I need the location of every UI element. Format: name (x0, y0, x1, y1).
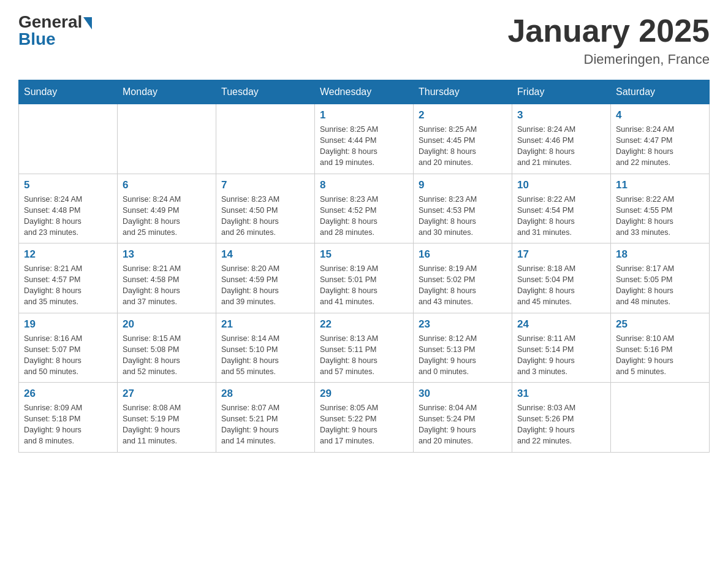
calendar-week-row: 12Sunrise: 8:21 AM Sunset: 4:57 PM Dayli… (19, 243, 710, 313)
day-number: 7 (221, 179, 309, 191)
day-number: 26 (24, 388, 112, 400)
calendar-week-row: 1Sunrise: 8:25 AM Sunset: 4:44 PM Daylig… (19, 104, 710, 174)
calendar-cell: 27Sunrise: 8:08 AM Sunset: 5:19 PM Dayli… (118, 383, 216, 453)
day-info: Sunrise: 8:07 AM Sunset: 5:21 PM Dayligh… (221, 402, 309, 447)
calendar-cell: 28Sunrise: 8:07 AM Sunset: 5:21 PM Dayli… (216, 383, 315, 453)
calendar-cell: 19Sunrise: 8:16 AM Sunset: 5:07 PM Dayli… (19, 313, 118, 383)
day-number: 6 (123, 179, 211, 191)
day-info: Sunrise: 8:10 AM Sunset: 5:16 PM Dayligh… (616, 333, 704, 378)
day-info: Sunrise: 8:08 AM Sunset: 5:19 PM Dayligh… (123, 402, 211, 447)
day-number: 25 (616, 318, 704, 331)
day-info: Sunrise: 8:19 AM Sunset: 5:02 PM Dayligh… (419, 263, 507, 308)
calendar-title: January 2025 (507, 12, 710, 49)
day-info: Sunrise: 8:23 AM Sunset: 4:50 PM Dayligh… (221, 194, 309, 239)
day-number: 23 (419, 318, 507, 331)
calendar-cell: 3Sunrise: 8:24 AM Sunset: 4:46 PM Daylig… (512, 104, 611, 174)
weekday-header-row: SundayMondayTuesdayWednesdayThursdayFrid… (19, 80, 710, 104)
day-number: 12 (24, 248, 112, 261)
day-number: 31 (517, 388, 605, 400)
calendar-cell (216, 104, 315, 174)
day-info: Sunrise: 8:13 AM Sunset: 5:11 PM Dayligh… (320, 333, 408, 378)
day-info: Sunrise: 8:14 AM Sunset: 5:10 PM Dayligh… (221, 333, 309, 378)
page-header: General Blue January 2025 Diemeringen, F… (18, 12, 710, 67)
day-number: 1 (320, 109, 408, 121)
day-info: Sunrise: 8:21 AM Sunset: 4:57 PM Dayligh… (24, 263, 112, 308)
calendar-cell: 22Sunrise: 8:13 AM Sunset: 5:11 PM Dayli… (315, 313, 414, 383)
calendar-cell: 9Sunrise: 8:23 AM Sunset: 4:53 PM Daylig… (414, 174, 512, 243)
day-info: Sunrise: 8:25 AM Sunset: 4:44 PM Dayligh… (320, 124, 408, 169)
day-number: 2 (419, 109, 507, 121)
day-number: 24 (517, 318, 605, 331)
calendar-cell: 31Sunrise: 8:03 AM Sunset: 5:26 PM Dayli… (512, 383, 611, 453)
day-number: 9 (419, 179, 507, 191)
day-number: 20 (123, 318, 211, 331)
day-info: Sunrise: 8:05 AM Sunset: 5:22 PM Dayligh… (320, 402, 408, 447)
calendar-cell: 20Sunrise: 8:15 AM Sunset: 5:08 PM Dayli… (118, 313, 216, 383)
day-number: 10 (517, 179, 605, 191)
weekday-header-saturday: Saturday (611, 80, 710, 104)
day-info: Sunrise: 8:04 AM Sunset: 5:24 PM Dayligh… (419, 402, 507, 447)
calendar-cell: 7Sunrise: 8:23 AM Sunset: 4:50 PM Daylig… (216, 174, 315, 243)
day-info: Sunrise: 8:24 AM Sunset: 4:47 PM Dayligh… (616, 124, 704, 169)
day-info: Sunrise: 8:23 AM Sunset: 4:53 PM Dayligh… (419, 194, 507, 239)
calendar-cell (611, 383, 710, 453)
calendar-week-row: 19Sunrise: 8:16 AM Sunset: 5:07 PM Dayli… (19, 313, 710, 383)
day-number: 5 (24, 179, 112, 191)
weekday-header-wednesday: Wednesday (315, 80, 414, 104)
logo-arrow-icon (83, 17, 92, 29)
weekday-header-monday: Monday (118, 80, 216, 104)
calendar-cell: 29Sunrise: 8:05 AM Sunset: 5:22 PM Dayli… (315, 383, 414, 453)
day-info: Sunrise: 8:03 AM Sunset: 5:26 PM Dayligh… (517, 402, 605, 447)
day-info: Sunrise: 8:24 AM Sunset: 4:46 PM Dayligh… (517, 124, 605, 169)
calendar-cell: 2Sunrise: 8:25 AM Sunset: 4:45 PM Daylig… (414, 104, 512, 174)
day-info: Sunrise: 8:09 AM Sunset: 5:18 PM Dayligh… (24, 402, 112, 447)
day-info: Sunrise: 8:16 AM Sunset: 5:07 PM Dayligh… (24, 333, 112, 378)
calendar-cell: 26Sunrise: 8:09 AM Sunset: 5:18 PM Dayli… (19, 383, 118, 453)
day-number: 16 (419, 248, 507, 261)
calendar-cell: 16Sunrise: 8:19 AM Sunset: 5:02 PM Dayli… (414, 243, 512, 313)
calendar-table: SundayMondayTuesdayWednesdayThursdayFrid… (18, 80, 710, 453)
calendar-cell: 4Sunrise: 8:24 AM Sunset: 4:47 PM Daylig… (611, 104, 710, 174)
calendar-cell: 15Sunrise: 8:19 AM Sunset: 5:01 PM Dayli… (315, 243, 414, 313)
day-info: Sunrise: 8:19 AM Sunset: 5:01 PM Dayligh… (320, 263, 408, 308)
day-number: 29 (320, 388, 408, 400)
day-info: Sunrise: 8:22 AM Sunset: 4:55 PM Dayligh… (616, 194, 704, 239)
day-number: 14 (221, 248, 309, 261)
calendar-cell: 12Sunrise: 8:21 AM Sunset: 4:57 PM Dayli… (19, 243, 118, 313)
day-number: 11 (616, 179, 704, 191)
logo-blue-text: Blue (18, 29, 92, 49)
day-info: Sunrise: 8:17 AM Sunset: 5:05 PM Dayligh… (616, 263, 704, 308)
day-info: Sunrise: 8:23 AM Sunset: 4:52 PM Dayligh… (320, 194, 408, 239)
calendar-cell: 24Sunrise: 8:11 AM Sunset: 5:14 PM Dayli… (512, 313, 611, 383)
day-info: Sunrise: 8:24 AM Sunset: 4:49 PM Dayligh… (123, 194, 211, 239)
day-info: Sunrise: 8:25 AM Sunset: 4:45 PM Dayligh… (419, 124, 507, 169)
calendar-cell: 6Sunrise: 8:24 AM Sunset: 4:49 PM Daylig… (118, 174, 216, 243)
day-number: 13 (123, 248, 211, 261)
calendar-cell: 8Sunrise: 8:23 AM Sunset: 4:52 PM Daylig… (315, 174, 414, 243)
calendar-cell: 1Sunrise: 8:25 AM Sunset: 4:44 PM Daylig… (315, 104, 414, 174)
day-number: 15 (320, 248, 408, 261)
day-number: 19 (24, 318, 112, 331)
day-number: 8 (320, 179, 408, 191)
day-number: 3 (517, 109, 605, 121)
day-number: 30 (419, 388, 507, 400)
day-number: 18 (616, 248, 704, 261)
calendar-subtitle: Diemeringen, France (507, 52, 710, 67)
weekday-header-thursday: Thursday (414, 80, 512, 104)
weekday-header-friday: Friday (512, 80, 611, 104)
calendar-cell (118, 104, 216, 174)
day-info: Sunrise: 8:22 AM Sunset: 4:54 PM Dayligh… (517, 194, 605, 239)
day-info: Sunrise: 8:12 AM Sunset: 5:13 PM Dayligh… (419, 333, 507, 378)
calendar-cell: 25Sunrise: 8:10 AM Sunset: 5:16 PM Dayli… (611, 313, 710, 383)
day-info: Sunrise: 8:24 AM Sunset: 4:48 PM Dayligh… (24, 194, 112, 239)
calendar-cell: 17Sunrise: 8:18 AM Sunset: 5:04 PM Dayli… (512, 243, 611, 313)
calendar-cell: 10Sunrise: 8:22 AM Sunset: 4:54 PM Dayli… (512, 174, 611, 243)
calendar-week-row: 26Sunrise: 8:09 AM Sunset: 5:18 PM Dayli… (19, 383, 710, 453)
calendar-cell: 21Sunrise: 8:14 AM Sunset: 5:10 PM Dayli… (216, 313, 315, 383)
calendar-cell: 13Sunrise: 8:21 AM Sunset: 4:58 PM Dayli… (118, 243, 216, 313)
calendar-week-row: 5Sunrise: 8:24 AM Sunset: 4:48 PM Daylig… (19, 174, 710, 243)
day-number: 4 (616, 109, 704, 121)
day-info: Sunrise: 8:21 AM Sunset: 4:58 PM Dayligh… (123, 263, 211, 308)
calendar-cell: 30Sunrise: 8:04 AM Sunset: 5:24 PM Dayli… (414, 383, 512, 453)
day-number: 27 (123, 388, 211, 400)
